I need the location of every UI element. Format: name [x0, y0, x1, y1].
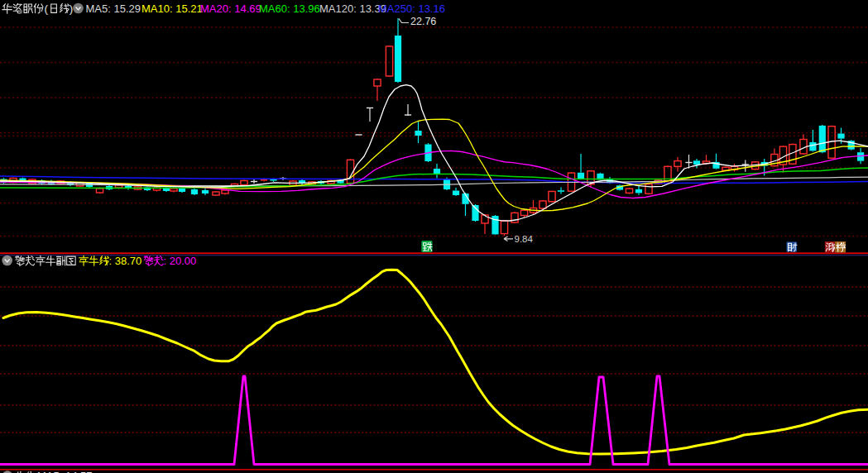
svg-text:MA5: 15.29: MA5: 15.29 — [86, 2, 141, 15]
svg-text:(: ( — [45, 2, 49, 15]
svg-text:9.84: 9.84 — [515, 234, 534, 244]
svg-text:MA20: 14.69: MA20: 14.69 — [200, 2, 261, 15]
svg-text:MA5: 14.57: MA5: 14.57 — [37, 470, 93, 473]
svg-text:22.76: 22.76 — [410, 16, 436, 27]
svg-text:MA120: 13.39: MA120: 13.39 — [319, 2, 386, 15]
svg-text:MA60: 13.96: MA60: 13.96 — [259, 2, 320, 15]
svg-text:MA250: 13.16: MA250: 13.16 — [378, 2, 445, 15]
svg-text:: 38.70: : 38.70 — [109, 255, 142, 267]
svg-text:): ) — [70, 2, 74, 15]
svg-text:: 20.00: : 20.00 — [164, 255, 197, 267]
svg-text:MA10: 15.21: MA10: 15.21 — [141, 2, 203, 15]
